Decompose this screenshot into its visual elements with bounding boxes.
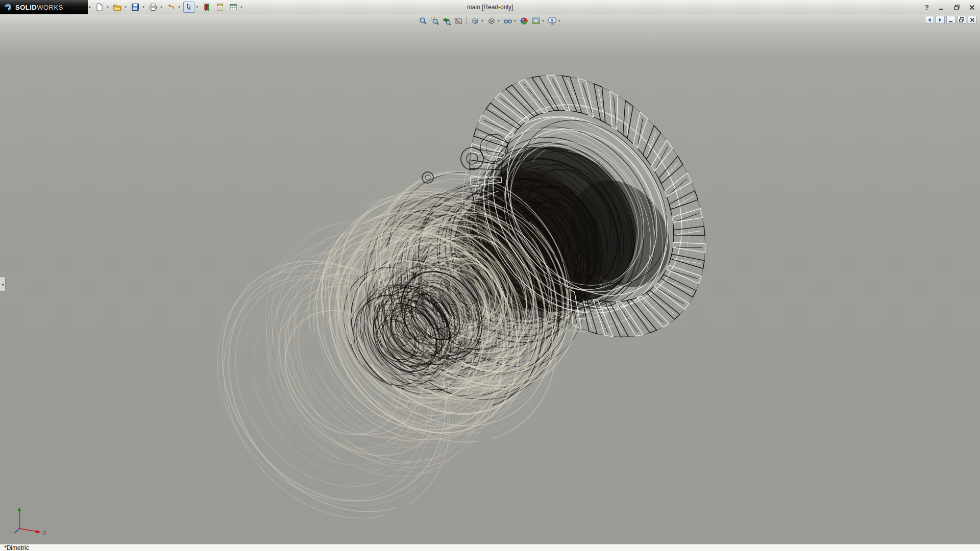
- options-sheet-icon[interactable]: [228, 2, 239, 13]
- restore-document-icon[interactable]: [957, 16, 966, 24]
- toolbar-group-open: ▾: [111, 1, 128, 13]
- triad-z-axis-icon: [14, 529, 19, 533]
- solidworks-logo: SOLIDWORKS: [0, 0, 88, 14]
- apply-scene-dropdown-icon[interactable]: ▾: [541, 19, 545, 23]
- save-dropdown-icon[interactable]: ▾: [141, 5, 145, 9]
- brand-text-bold: SOLID: [15, 4, 37, 11]
- print-dropdown-icon[interactable]: ▾: [159, 5, 163, 9]
- view-settings-dropdown-icon[interactable]: ▾: [557, 19, 561, 23]
- toolbar-group-binder: [214, 1, 226, 13]
- new-document-dropdown-icon[interactable]: ▾: [106, 5, 110, 9]
- previous-view-icon[interactable]: [441, 16, 452, 26]
- triad-x-axis-icon: [36, 530, 41, 534]
- next-window-icon[interactable]: [936, 16, 945, 24]
- help-button[interactable]: ?: [923, 4, 931, 11]
- toolbar-group-new: ▾: [93, 1, 110, 13]
- toolbar-group-print: ▾: [147, 1, 164, 13]
- select-dropdown-icon[interactable]: ▾: [195, 5, 199, 9]
- view-orientation-dropdown-icon[interactable]: ▾: [480, 19, 484, 23]
- viewport-3d-canvas[interactable]: [0, 14, 980, 544]
- triad-x-label: X: [43, 530, 46, 536]
- minimize-window-button[interactable]: [936, 3, 946, 12]
- design-binder-icon[interactable]: [214, 2, 226, 13]
- graphics-viewport: ▾ ▾ ▾ ▾ ▾: [0, 14, 980, 544]
- print-icon[interactable]: [148, 2, 159, 13]
- apply-scene-icon[interactable]: ▾: [530, 16, 546, 26]
- view-settings-icon[interactable]: ▾: [547, 16, 562, 26]
- reference-triad: X: [11, 504, 51, 536]
- options-sheet-dropdown-icon[interactable]: ▾: [239, 5, 243, 9]
- view-orientation-icon[interactable]: ▾: [470, 16, 485, 26]
- minimize-document-icon[interactable]: [946, 16, 955, 24]
- panel-expand-arrow-icon: ◂: [2, 282, 4, 287]
- undo-icon[interactable]: [165, 2, 177, 13]
- toolbar-group-sheet: ▾: [227, 1, 244, 13]
- brand-text-light: WORKS: [37, 4, 63, 11]
- toolbar-separator: [467, 17, 467, 25]
- zoom-to-area-icon[interactable]: [429, 16, 440, 26]
- section-view-icon[interactable]: [453, 16, 464, 26]
- title-bar: SOLIDWORKS ▸ ▾ ▾ ▾ ▾ ▾ ▾: [0, 0, 980, 14]
- xpress-products-icon[interactable]: [201, 2, 212, 13]
- triad-y-axis-icon: [18, 507, 21, 511]
- toolbar-group-undo: ▾: [165, 1, 182, 13]
- undo-dropdown-icon[interactable]: ▾: [177, 5, 181, 9]
- save-icon[interactable]: [130, 2, 141, 13]
- hide-show-dropdown-icon[interactable]: ▾: [513, 19, 517, 23]
- toolbar-group-save: ▾: [129, 1, 146, 13]
- view-orientation-label: *Dimetric: [0, 545, 29, 551]
- open-dropdown-icon[interactable]: ▾: [124, 5, 128, 9]
- restore-window-button[interactable]: [951, 3, 962, 12]
- menu-expand-arrow-icon[interactable]: ▸: [89, 5, 91, 9]
- display-style-dropdown-icon[interactable]: ▾: [497, 19, 501, 23]
- window-controls: ?: [923, 0, 977, 14]
- hide-show-items-icon[interactable]: ▾: [502, 16, 518, 26]
- new-document-icon[interactable]: [94, 2, 105, 13]
- document-window-controls: [925, 16, 977, 24]
- toolbar-group-xpress: [201, 1, 213, 13]
- 3ds-logo-icon: [4, 3, 12, 11]
- display-style-icon[interactable]: ▾: [486, 16, 502, 26]
- heads-up-view-toolbar: ▾ ▾ ▾ ▾ ▾: [418, 16, 562, 26]
- previous-window-icon[interactable]: [925, 16, 934, 24]
- close-window-button[interactable]: [967, 3, 977, 12]
- open-icon[interactable]: [112, 2, 123, 13]
- toolbar-group-select: ▾: [183, 1, 200, 13]
- status-bar: *Dimetric: [0, 544, 980, 551]
- edit-appearance-icon[interactable]: [519, 16, 530, 26]
- close-document-icon[interactable]: [968, 16, 977, 24]
- zoom-to-fit-icon[interactable]: [418, 16, 429, 26]
- featuremanager-collapsed-tab[interactable]: ◂: [0, 277, 6, 292]
- select-tool-icon[interactable]: [183, 2, 194, 13]
